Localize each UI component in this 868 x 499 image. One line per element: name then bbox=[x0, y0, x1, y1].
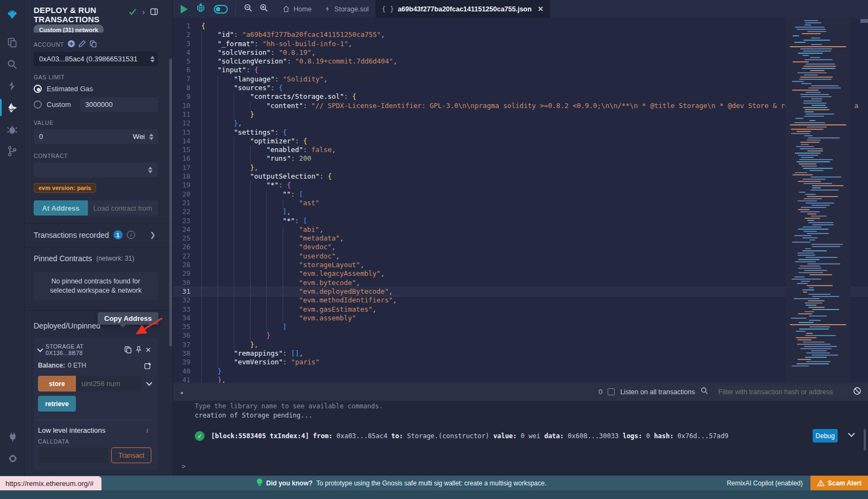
editor-scrollbar[interactable] bbox=[860, 19, 868, 23]
editor-minimap[interactable] bbox=[786, 18, 851, 383]
deploy-run-icon[interactable] bbox=[0, 97, 25, 118]
code-line-2[interactable]: 2"id": "a69b43f277ba20fcac141151250ca755… bbox=[173, 30, 868, 39]
code-line-11[interactable]: 11} bbox=[173, 110, 868, 119]
code-line-29[interactable]: 29"evm.legacyAssembly", bbox=[173, 269, 868, 278]
code-line-15[interactable]: 15"enabled": false, bbox=[173, 146, 868, 154]
code-line-20[interactable]: 20"": [ bbox=[173, 190, 868, 199]
code-line-25[interactable]: 25"metadata", bbox=[173, 234, 868, 243]
git-icon[interactable] bbox=[0, 140, 25, 162]
contract-select[interactable] bbox=[34, 162, 158, 178]
code-line-39[interactable]: 39"evmVersion": "paris" bbox=[173, 358, 868, 367]
run-script-icon[interactable] bbox=[181, 5, 188, 14]
code-line-9[interactable]: 9"contracts/Storage.sol": { bbox=[173, 92, 868, 101]
tab-storage-sol[interactable]: Storage.sol bbox=[318, 0, 375, 18]
low-level-info-icon[interactable]: i bbox=[143, 426, 151, 434]
custom-gas-input[interactable] bbox=[80, 97, 158, 112]
contract-instance-label[interactable]: STORAGE AT 0X136...8B78 bbox=[46, 343, 121, 356]
terminal-output[interactable]: Type the library name to see available c… bbox=[173, 401, 868, 476]
code-line-41[interactable]: 41}, bbox=[173, 376, 868, 383]
copilot-status-label[interactable]: RemixAI Copilot (enabled) bbox=[727, 479, 803, 487]
code-line-14[interactable]: 14"optimizer": { bbox=[173, 137, 868, 146]
tab-home[interactable]: Home bbox=[276, 0, 318, 18]
code-line-7[interactable]: 7"language": "Solidity", bbox=[173, 75, 868, 84]
panel-scrollbar[interactable] bbox=[169, 59, 172, 346]
expand-args-icon[interactable] bbox=[146, 380, 152, 386]
search-icon[interactable] bbox=[0, 53, 25, 75]
code-editor[interactable]: 1{2"id": "a69b43f277ba20fcac141151250ca7… bbox=[173, 18, 868, 383]
listen-all-checkbox[interactable] bbox=[608, 388, 615, 395]
expand-tx-chevron-icon[interactable] bbox=[848, 430, 855, 437]
transact-button[interactable]: Transact bbox=[111, 447, 151, 463]
copy-account-icon[interactable] bbox=[90, 40, 97, 48]
scam-alert-badge[interactable]: Scam Alert bbox=[810, 476, 868, 490]
terminal-search-icon[interactable] bbox=[700, 387, 709, 397]
value-input[interactable] bbox=[34, 129, 129, 144]
pin-contract-icon[interactable] bbox=[135, 346, 142, 353]
custom-gas-radio[interactable] bbox=[34, 100, 42, 109]
close-tab-icon[interactable]: ✕ bbox=[538, 5, 544, 13]
debugger-icon[interactable] bbox=[0, 118, 25, 140]
retrieve-function-button[interactable]: retrieve bbox=[38, 396, 76, 412]
expand-chevron-icon[interactable]: ❯ bbox=[150, 231, 156, 239]
code-line-3[interactable]: 3"_format": "hh-sol-build-info-1", bbox=[173, 40, 868, 48]
edit-balance-icon[interactable] bbox=[144, 362, 151, 369]
code-line-34[interactable]: 34"evm.assembly" bbox=[173, 314, 868, 323]
code-line-32[interactable]: 32"evm.methodIdentifiers", bbox=[173, 296, 868, 305]
settings-gear-icon[interactable] bbox=[0, 447, 25, 469]
debug-button[interactable]: Debug bbox=[813, 429, 838, 443]
code-line-13[interactable]: 13"settings": { bbox=[173, 128, 868, 137]
terminal-scrollbar[interactable] bbox=[864, 429, 866, 451]
code-line-27[interactable]: 27"userdoc", bbox=[173, 252, 868, 261]
code-line-36[interactable]: 36} bbox=[173, 331, 868, 340]
code-line-17[interactable]: 17}, bbox=[173, 163, 868, 172]
solidity-compiler-icon[interactable] bbox=[0, 75, 25, 97]
collapse-contract-icon[interactable] bbox=[37, 346, 43, 352]
add-account-icon[interactable] bbox=[68, 40, 75, 48]
remixai-robot-icon[interactable] bbox=[195, 3, 206, 16]
code-line-4[interactable]: 4"solcVersion": "0.8.19", bbox=[173, 48, 868, 57]
copilot-toggle-icon[interactable] bbox=[214, 5, 228, 14]
code-line-1[interactable]: 1{ bbox=[173, 22, 868, 30]
code-line-30[interactable]: 30"evm.bytecode", bbox=[173, 279, 868, 287]
remix-logo[interactable] bbox=[0, 3, 25, 25]
code-line-21[interactable]: 21"ast" bbox=[173, 199, 868, 207]
copy-address-icon[interactable] bbox=[124, 346, 132, 353]
code-line-5[interactable]: 5"solcLongVersion": "0.8.19+commit.7dd6d… bbox=[173, 57, 868, 66]
code-line-10[interactable]: 10"content": "// SPDX-License-Identifier… bbox=[173, 102, 868, 110]
code-line-40[interactable]: 40} bbox=[173, 367, 868, 376]
code-line-24[interactable]: 24"abi", bbox=[173, 225, 868, 234]
zoom-out-icon[interactable] bbox=[244, 3, 253, 15]
calldata-input[interactable] bbox=[38, 447, 108, 463]
pin-panel-icon[interactable] bbox=[150, 8, 158, 17]
edit-account-icon[interactable] bbox=[79, 40, 86, 48]
code-line-31[interactable]: 31"evm.deployedBytecode", bbox=[173, 287, 868, 296]
estimated-gas-radio[interactable] bbox=[34, 85, 42, 93]
code-line-22[interactable]: 22], bbox=[173, 207, 868, 216]
remove-contract-icon[interactable]: ✕ bbox=[145, 346, 151, 354]
code-line-16[interactable]: 16"runs": 200 bbox=[173, 154, 868, 163]
code-line-6[interactable]: 6"input": { bbox=[173, 66, 868, 74]
clear-filter-ban-icon[interactable] bbox=[853, 387, 861, 397]
code-line-38[interactable]: 38"remappings": [], bbox=[173, 349, 868, 358]
transaction-filter-input[interactable] bbox=[714, 386, 847, 399]
code-line-26[interactable]: 26"devdoc", bbox=[173, 243, 868, 251]
code-line-35[interactable]: 35] bbox=[173, 323, 868, 331]
store-function-button[interactable]: store bbox=[38, 376, 76, 391]
collapse-chevron-icon[interactable]: › bbox=[142, 8, 145, 16]
code-line-23[interactable]: 23"*": [ bbox=[173, 217, 868, 225]
store-arg-input[interactable] bbox=[76, 376, 142, 391]
code-line-8[interactable]: 8"sources": { bbox=[173, 84, 868, 92]
terminal-prompt[interactable]: > bbox=[182, 463, 186, 470]
plugin-manager-icon[interactable] bbox=[0, 426, 25, 447]
value-unit-select[interactable]: Wei bbox=[129, 132, 149, 141]
code-line-19[interactable]: 19"*": { bbox=[173, 181, 868, 190]
code-line-12[interactable]: 12}, bbox=[173, 119, 868, 128]
info-icon[interactable]: i bbox=[127, 231, 135, 239]
account-select[interactable]: 0xA03...85ac4 (0.39866531531 bbox=[34, 52, 158, 66]
code-line-18[interactable]: 18"outputSelection": { bbox=[173, 172, 868, 181]
file-explorer-icon[interactable] bbox=[0, 31, 25, 53]
at-address-button[interactable]: At Address bbox=[34, 200, 88, 216]
load-address-input[interactable] bbox=[88, 200, 158, 216]
transaction-log-row[interactable]: ✓ [block:5583405 txIndex:4] from: 0xa03.… bbox=[195, 431, 835, 441]
tab-a69b43f277ba20fcac141151250ca755-json[interactable]: { }a69b43f277ba20fcac141151250ca755.json… bbox=[375, 0, 550, 18]
